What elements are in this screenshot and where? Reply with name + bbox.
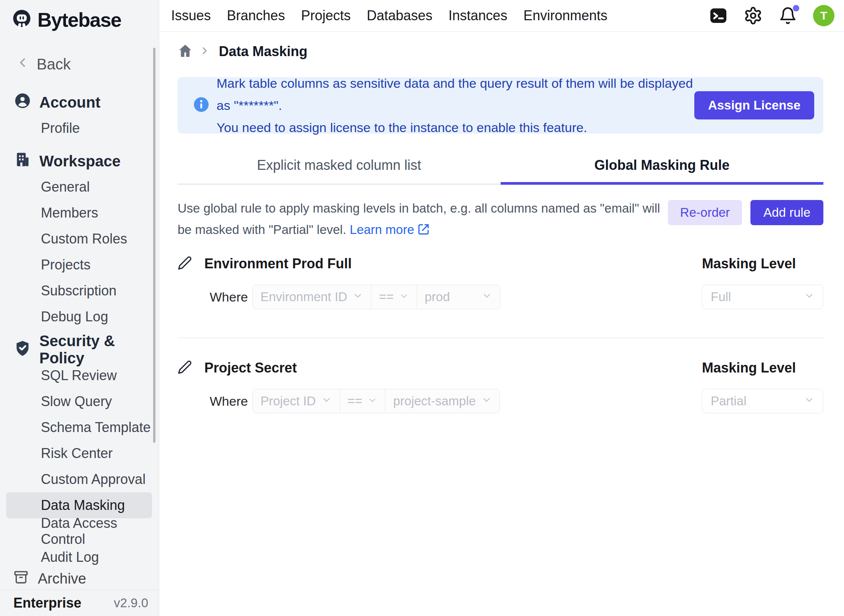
notification-badge <box>793 5 799 11</box>
condition-value: prod <box>425 290 450 304</box>
building-icon <box>14 151 31 171</box>
sidebar-item-schema-template[interactable]: Schema Template <box>6 414 152 440</box>
condition-operator-value: == <box>379 290 394 304</box>
page-title: Data Masking <box>219 44 307 60</box>
masking-level-select[interactable]: Partial <box>702 389 823 413</box>
condition-value: project-sample <box>393 394 475 408</box>
tab-explicit-masked-column-list[interactable]: Explicit masked column list <box>178 150 501 185</box>
condition-operator-select[interactable]: == <box>371 285 417 309</box>
sidebar-item-data-masking[interactable]: Data Masking <box>6 492 152 518</box>
reorder-button[interactable]: Re-order <box>668 200 742 225</box>
sidebar-nav: Account Profile <box>0 75 159 568</box>
settings-sidebar: Bytebase Back Account <box>0 0 159 616</box>
bytebase-mascot-icon <box>11 9 32 31</box>
pencil-edit-icon[interactable] <box>178 256 192 272</box>
main-area: Issues Branches Projects Databases Insta… <box>159 0 844 616</box>
masking-level-select[interactable]: Full <box>702 285 823 309</box>
assign-license-button[interactable]: Assign License <box>694 91 814 119</box>
chevron-down-icon <box>482 290 492 304</box>
rule-condition-row: Where Project ID == project-sample <box>178 389 823 413</box>
condition-operator-select[interactable]: == <box>340 389 385 413</box>
masking-rule-environment-prod-full: Environment Prod Full Masking Level Wher… <box>178 256 823 309</box>
tab-global-masking-rule[interactable]: Global Masking Rule <box>501 150 824 185</box>
section-label: Workspace <box>39 153 121 170</box>
app-window: Bytebase Back Account <box>0 0 844 616</box>
sidebar-item-profile[interactable]: Profile <box>6 115 152 141</box>
sidebar-item-projects[interactable]: Projects <box>6 252 152 278</box>
page-content: Data Masking Mark table columns as sensi… <box>159 32 844 616</box>
nav-databases[interactable]: Databases <box>367 8 432 24</box>
license-banner: Mark table columns as sensitive data and… <box>178 77 823 134</box>
nav-projects[interactable]: Projects <box>301 8 351 24</box>
sql-editor-terminal-icon[interactable] <box>709 6 728 25</box>
sidebar-item-members[interactable]: Members <box>6 200 152 226</box>
rule-title: Project Secret <box>204 360 702 376</box>
sidebar-item-debug-log[interactable]: Debug Log <box>6 304 152 330</box>
banner-text: Mark table columns as sensitive data and… <box>217 72 694 139</box>
brand-logo[interactable]: Bytebase <box>0 0 159 40</box>
brand-wordmark: Bytebase <box>37 8 121 31</box>
chevron-down-icon <box>352 290 363 304</box>
rule-title: Environment Prod Full <box>204 256 702 272</box>
rules-toolbar: Use global rule to apply masking levels … <box>178 198 823 242</box>
sidebar-item-slow-query[interactable]: Slow Query <box>6 389 152 414</box>
sidebar-item-general[interactable]: General <box>6 174 152 200</box>
version-label: v2.9.0 <box>114 596 148 610</box>
nav-issues[interactable]: Issues <box>171 8 211 24</box>
where-label: Where <box>210 394 244 409</box>
condition-value-select[interactable]: prod <box>417 285 500 309</box>
bell-icon[interactable] <box>779 6 797 25</box>
section-header-security-policy: Security & Policy <box>0 337 159 363</box>
sidebar-item-risk-center[interactable]: Risk Center <box>6 440 152 466</box>
breadcrumb: Data Masking <box>178 42 823 61</box>
masking-level-value: Full <box>711 290 731 304</box>
gear-icon[interactable] <box>744 6 763 25</box>
rule-header: Project Secret Masking Level <box>178 360 823 376</box>
archive-icon <box>13 569 29 588</box>
plan-label: Enterprise <box>13 595 81 611</box>
chevron-down-icon <box>481 394 492 408</box>
nav-branches[interactable]: Branches <box>227 8 285 24</box>
masking-tabs: Explicit masked column list Global Maski… <box>178 150 823 185</box>
home-icon[interactable] <box>178 43 193 60</box>
user-circle-icon <box>14 92 31 113</box>
rule-condition-row: Where Environment ID == prod <box>178 285 823 309</box>
pencil-edit-icon[interactable] <box>178 360 192 376</box>
masking-rule-project-secret: Project Secret Masking Level Where Proje… <box>178 360 823 413</box>
avatar[interactable]: T <box>813 5 834 26</box>
nav-environments[interactable]: Environments <box>523 8 607 24</box>
sidebar-item-archive[interactable]: Archive <box>0 568 159 590</box>
where-label: Where <box>210 290 244 305</box>
add-rule-button[interactable]: Add rule <box>750 200 823 225</box>
sidebar-item-data-access-control[interactable]: Data Access Control <box>6 518 152 544</box>
condition-field-value: Environment ID <box>260 290 347 304</box>
sidebar-scrollbar[interactable] <box>153 48 155 443</box>
back-button[interactable]: Back <box>0 53 159 75</box>
sidebar-footer: Enterprise v2.9.0 <box>0 590 159 616</box>
chevron-down-icon <box>321 394 332 408</box>
back-label: Back <box>37 56 71 73</box>
top-navbar: Issues Branches Projects Databases Insta… <box>159 0 844 32</box>
shield-check-icon <box>14 340 31 360</box>
chevron-down-icon <box>367 394 377 408</box>
top-icons: T <box>709 5 834 26</box>
chevron-down-icon <box>399 290 409 304</box>
rules-description: Use global rule to apply masking levels … <box>178 198 660 242</box>
learn-more-link[interactable]: Learn more <box>350 223 430 237</box>
condition-operator-value: == <box>348 394 362 408</box>
archive-label: Archive <box>38 571 86 587</box>
chevron-right-icon <box>199 45 210 58</box>
sidebar-item-custom-roles[interactable]: Custom Roles <box>6 226 152 252</box>
info-icon <box>193 96 210 114</box>
condition-field-select[interactable]: Environment ID <box>253 285 371 309</box>
condition-select-group: Environment ID == prod <box>252 285 500 309</box>
condition-field-select[interactable]: Project ID <box>253 389 340 413</box>
sidebar-item-subscription[interactable]: Subscription <box>6 278 152 304</box>
nav-instances[interactable]: Instances <box>448 8 507 24</box>
section-header-account: Account <box>0 89 159 115</box>
sidebar-item-custom-approval[interactable]: Custom Approval <box>6 466 152 492</box>
rules-actions: Re-order Add rule <box>668 200 823 225</box>
chevron-down-icon <box>804 290 815 304</box>
condition-value-select[interactable]: project-sample <box>385 389 499 413</box>
sidebar-item-audit-log[interactable]: Audit Log <box>6 544 152 568</box>
